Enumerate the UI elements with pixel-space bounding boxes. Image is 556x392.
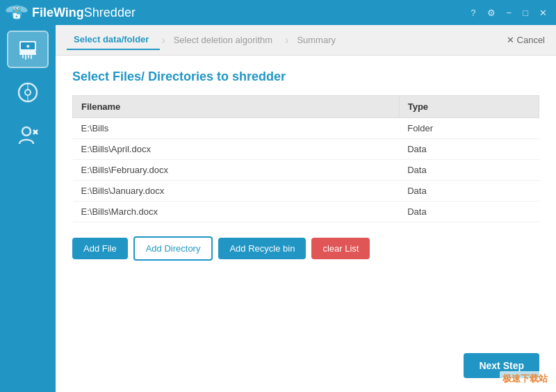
cell-filename: E:\Bills (73, 118, 400, 139)
app-logo-icon: ★ (6, 1, 28, 24)
wizard-steps: Select data/folder › Select deletion alg… (67, 30, 545, 50)
page-title: Select Files/ Directories to shredder (72, 70, 539, 84)
maximize-button[interactable]: □ (519, 6, 532, 19)
shredder-icon: ★ (17, 38, 39, 60)
app-title: FileWingShredder (32, 6, 136, 20)
cell-type: Folder (399, 118, 539, 139)
sidebar: ★ (0, 25, 56, 392)
minimize-button[interactable]: − (503, 6, 516, 19)
add-directory-button[interactable]: Add Directory (133, 236, 213, 261)
window-controls: ? ⚙ − □ ✕ (467, 6, 550, 19)
wizard-step-3[interactable]: Summary (290, 31, 347, 49)
svg-text:★: ★ (15, 15, 18, 18)
wizard-arrow-2: › (285, 34, 288, 47)
svg-point-21 (25, 90, 31, 95)
settings-button[interactable]: ⚙ (484, 6, 499, 19)
svg-text:★: ★ (26, 44, 31, 49)
cell-filename: E:\Bills\April.docx (73, 139, 400, 160)
svg-rect-16 (25, 55, 26, 60)
add-file-button[interactable]: Add File (72, 238, 128, 259)
user-delete-icon (17, 124, 39, 147)
wizard-step-2[interactable]: Select deletion algorithm (167, 31, 284, 49)
page-content: Select Files/ Directories to shredder Fi… (56, 56, 556, 392)
svg-rect-18 (31, 55, 32, 59)
col-header-type: Type (399, 96, 539, 118)
table-row[interactable]: E:\Bills\February.docx Data (73, 160, 539, 181)
wizard-bar: Select data/folder › Select deletion alg… (56, 25, 556, 56)
cell-type: Data (399, 139, 539, 160)
action-bar: Add File Add Directory Add Recycle bin c… (72, 236, 539, 261)
close-button[interactable]: ✕ (536, 6, 550, 19)
table-row[interactable]: E:\Bills\March.docx Data (73, 202, 539, 222)
title-bar: ★ FileWingShredder ? ⚙ − □ ✕ (0, 0, 556, 25)
content-area: Select data/folder › Select deletion alg… (56, 25, 556, 392)
svg-rect-17 (28, 55, 29, 58)
app-logo: ★ FileWingShredder (6, 1, 136, 24)
clear-list-button[interactable]: clear List (311, 238, 370, 259)
wizard-arrow-1: › (161, 34, 165, 47)
file-table: Filename Type E:\Bills Folder E:\Bills\A… (72, 95, 539, 222)
svg-point-24 (22, 127, 31, 136)
cell-type: Data (399, 160, 539, 181)
help-button[interactable]: ? (467, 6, 479, 19)
wizard-step-1[interactable]: Select data/folder (67, 30, 160, 50)
cell-type: Data (399, 202, 539, 222)
add-recycle-button[interactable]: Add Recycle bin (218, 238, 306, 259)
disk-icon (17, 81, 39, 104)
sidebar-item-user-delete[interactable] (7, 117, 49, 154)
main-container: ★ Select data/folder (0, 25, 556, 392)
sidebar-item-disk[interactable] (7, 74, 49, 111)
table-header-row: Filename Type (73, 96, 539, 118)
table-row[interactable]: E:\Bills\January.docx Data (73, 181, 539, 202)
sidebar-item-shredder[interactable]: ★ (7, 31, 49, 68)
table-row[interactable]: E:\Bills\April.docx Data (73, 139, 539, 160)
col-header-filename: Filename (73, 96, 400, 118)
table-row[interactable]: E:\Bills Folder (73, 118, 539, 139)
svg-rect-15 (22, 55, 24, 58)
watermark: 极速下载站 (500, 371, 550, 386)
cell-filename: E:\Bills\March.docx (73, 202, 400, 222)
cell-filename: E:\Bills\January.docx (73, 181, 400, 202)
svg-point-7 (18, 8, 19, 9)
svg-point-6 (15, 8, 16, 9)
svg-rect-14 (19, 52, 36, 55)
cancel-button[interactable]: ✕ Cancel (507, 35, 545, 45)
cell-type: Data (399, 181, 539, 202)
cell-filename: E:\Bills\February.docx (73, 160, 400, 181)
